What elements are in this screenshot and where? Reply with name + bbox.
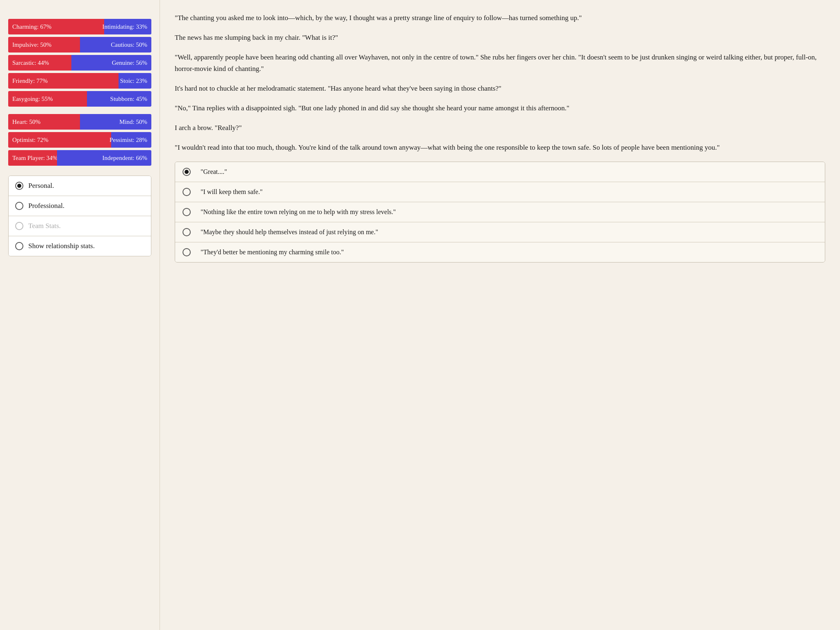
choice-label-0: "Great...." — [201, 168, 227, 176]
choice-radio-1 — [183, 188, 191, 196]
trait-bar-left-1: Optimist: 72% — [8, 132, 111, 148]
nav-option-1[interactable]: Professional. — [9, 196, 151, 216]
trait-bar-left-2: Team Player: 34% — [8, 150, 57, 166]
personality-bar-right-0: Intimidating: 33% — [104, 19, 151, 34]
choice-label-4: "They'd better be mentioning my charming… — [201, 249, 344, 256]
trait-bar-left-0: Heart: 50% — [8, 114, 80, 130]
personality-bar-left-3: Friendly: 77% — [8, 73, 119, 89]
nav-radio-2 — [15, 222, 23, 230]
nav-radio-0 — [15, 182, 23, 190]
personality-bar-right-2: Genuine: 56% — [71, 55, 151, 71]
choice-option-4[interactable]: "They'd better be mentioning my charming… — [175, 242, 825, 262]
personality-bar-2: Sarcastic: 44%Genuine: 56% — [8, 55, 151, 71]
story-paragraph-4: "No," Tina replies with a disappointed s… — [175, 103, 825, 114]
nav-options: Personal.Professional.Team Stats.Show re… — [8, 176, 151, 256]
trait-bars: Heart: 50%Mind: 50%Optimist: 72%Pessimis… — [8, 114, 151, 166]
choice-label-2: "Nothing like the entire town relying on… — [201, 208, 396, 216]
left-panel: Charming: 67%Intimidating: 33%Impulsive:… — [0, 0, 160, 630]
trait-bar-1: Optimist: 72%Pessimist: 28% — [8, 132, 151, 148]
nav-option-0[interactable]: Personal. — [9, 176, 151, 196]
trait-bar-2: Team Player: 34%Independent: 66% — [8, 150, 151, 166]
choice-radio-2 — [183, 208, 191, 216]
personality-bar-left-1: Impulsive: 50% — [8, 37, 80, 52]
nav-label-3: Show relationship stats. — [28, 242, 95, 250]
personality-bars: Charming: 67%Intimidating: 33%Impulsive:… — [8, 19, 151, 107]
choice-radio-0 — [183, 168, 191, 176]
choice-label-1: "I will keep them safe." — [201, 188, 262, 196]
trait-bar-right-2: Independent: 66% — [57, 150, 151, 166]
personality-bar-3: Friendly: 77%Stoic: 23% — [8, 73, 151, 89]
nav-radio-3 — [15, 242, 23, 250]
choice-option-3[interactable]: "Maybe they should help themselves inste… — [175, 222, 825, 242]
personality-bar-left-4: Easygoing: 55% — [8, 91, 87, 107]
personality-bar-left-2: Sarcastic: 44% — [8, 55, 71, 71]
nav-label-0: Personal. — [28, 182, 54, 190]
story-paragraph-2: "Well, apparently people have been heari… — [175, 52, 825, 75]
choice-option-0[interactable]: "Great...." — [175, 162, 825, 182]
choice-option-1[interactable]: "I will keep them safe." — [175, 182, 825, 202]
trait-bar-0: Heart: 50%Mind: 50% — [8, 114, 151, 130]
story-paragraph-1: The news has me slumping back in my chai… — [175, 32, 825, 43]
choice-option-2[interactable]: "Nothing like the entire town relying on… — [175, 202, 825, 222]
trait-bar-right-1: Pessimist: 28% — [111, 132, 151, 148]
story-paragraph-3: It's hard not to chuckle at her melodram… — [175, 83, 825, 94]
personality-bar-left-0: Charming: 67% — [8, 19, 104, 34]
choice-radio-3 — [183, 228, 191, 236]
right-panel: "The chanting you asked me to look into—… — [160, 0, 840, 630]
nav-label-1: Professional. — [28, 202, 64, 210]
choice-label-3: "Maybe they should help themselves inste… — [201, 228, 378, 236]
personality-bar-1: Impulsive: 50%Cautious: 50% — [8, 37, 151, 52]
personality-bar-right-1: Cautious: 50% — [80, 37, 152, 52]
personality-bar-4: Easygoing: 55%Stubborn: 45% — [8, 91, 151, 107]
personality-bar-right-3: Stoic: 23% — [119, 73, 151, 89]
nav-option-2: Team Stats. — [9, 216, 151, 236]
story-paragraph-5: I arch a brow. "Really?" — [175, 122, 825, 134]
choice-container: "Great....""I will keep them safe.""Noth… — [175, 162, 825, 262]
nav-option-3[interactable]: Show relationship stats. — [9, 236, 151, 256]
story-paragraph-0: "The chanting you asked me to look into—… — [175, 12, 825, 24]
nav-radio-1 — [15, 202, 23, 210]
choice-radio-4 — [183, 248, 191, 256]
story-paragraphs: "The chanting you asked me to look into—… — [175, 12, 825, 153]
nav-label-2: Team Stats. — [28, 222, 61, 230]
personality-bar-0: Charming: 67%Intimidating: 33% — [8, 19, 151, 34]
story-paragraph-6: "I wouldn't read into that too much, tho… — [175, 142, 825, 153]
personality-bar-right-4: Stubborn: 45% — [87, 91, 151, 107]
trait-bar-right-0: Mind: 50% — [80, 114, 152, 130]
